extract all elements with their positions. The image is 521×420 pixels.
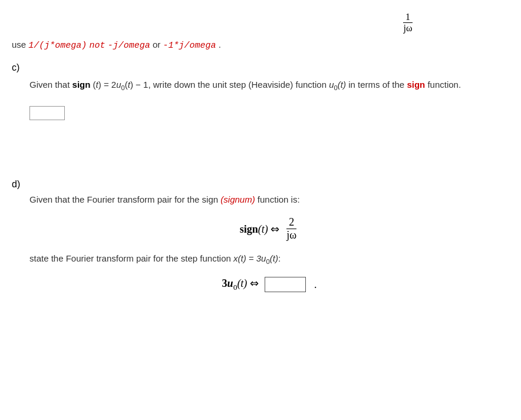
d-step-lhs: 3u0(t) ⇔: [222, 277, 259, 292]
top-fraction-numerator: 1: [403, 12, 413, 23]
section-c-label: c): [12, 62, 509, 73]
c-text2: write down the unit step (Heaviside) fun…: [153, 80, 329, 90]
d-step-eq-line: 3u0(t) ⇔ .: [29, 277, 509, 292]
section-c-problem: Given that sign (t) = 2u0(t) − 1, write …: [29, 78, 509, 93]
use-suffix: .: [219, 39, 221, 49]
c-sub0: 0: [121, 84, 125, 91]
c-t2: t: [128, 80, 130, 90]
c-math: (t) = 2u0(t) − 1,: [93, 80, 153, 90]
d-sign-fraction: 2 jω: [284, 216, 299, 242]
d-dot: .: [314, 279, 317, 291]
use-code2: -j/omega: [108, 41, 150, 51]
d-step-t: (t): [270, 253, 278, 263]
c-text4: function.: [427, 80, 461, 90]
c-u0-2: u: [329, 80, 334, 90]
spacer1: [12, 126, 509, 173]
use-code3: -1*j/omega: [163, 41, 216, 51]
d-state1: state the Fourier transform pair for the…: [29, 253, 231, 263]
c-sign: sign: [72, 80, 91, 90]
top-fraction: 1 jω: [401, 12, 415, 34]
top-fraction-denominator: jω: [401, 23, 415, 34]
d-step-t2: (t): [237, 277, 247, 289]
section-d-intro: Given that the Fourier transform pair fo…: [29, 194, 509, 204]
section-c-content: Given that sign (t) = 2u0(t) − 1, write …: [29, 78, 509, 120]
c-sign-ref: sign: [407, 80, 425, 90]
d-colon: :: [278, 253, 281, 263]
use-middle1: not: [90, 41, 105, 51]
use-middle2: or: [153, 39, 160, 49]
c-text3: in terms of the: [348, 80, 407, 90]
d-sign-lhs: sign(t) ⇔: [240, 223, 280, 236]
d-step-bold: 3u: [222, 277, 233, 289]
use-code1: 1/(j*omega): [28, 41, 87, 51]
d-signum: (signum): [220, 194, 255, 204]
c-text1: Given that: [29, 80, 70, 90]
d-frac-den: jω: [284, 229, 299, 242]
c-u0: u: [116, 80, 121, 90]
section-d-state: state the Fourier transform pair for the…: [29, 253, 509, 265]
d-step-x: x(t) = 3u: [233, 253, 266, 263]
top-fraction-container: 1 jω: [306, 12, 509, 34]
d-answer-box[interactable]: [265, 277, 306, 292]
d-sign-eq-line: sign(t) ⇔ 2 jω: [29, 216, 509, 242]
d-intro1: Given that the Fourier transform pair fo…: [29, 194, 218, 204]
section-d-content: Given that the Fourier transform pair fo…: [29, 194, 509, 292]
d-sign-bold: sign: [240, 223, 258, 235]
use-prefix: use: [12, 39, 26, 49]
section-d-label: d): [12, 179, 509, 190]
c-t: t: [96, 80, 98, 90]
d-sign-t: (t): [258, 223, 268, 235]
d-intro2: function is:: [258, 194, 300, 204]
use-line: use 1/(j*omega) not -j/omega or -1*j/ome…: [12, 39, 509, 51]
c-answer-box[interactable]: [29, 106, 65, 120]
d-frac-num: 2: [286, 216, 296, 229]
c-answer-area: [29, 100, 509, 120]
c-t3: (t): [338, 80, 346, 90]
